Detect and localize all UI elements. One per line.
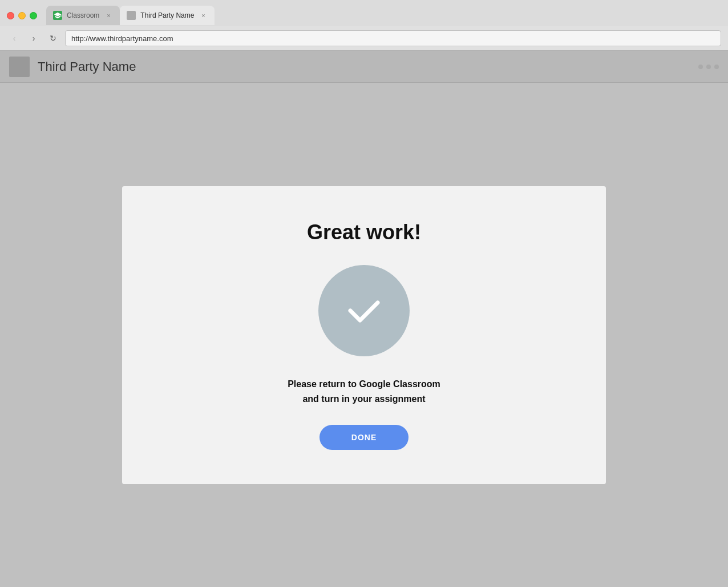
- browser-toolbar: ‹ › ↻ http://www.thirdpartyname.com: [0, 26, 728, 50]
- tab-third-party[interactable]: Third Party Name ×: [120, 6, 215, 25]
- browser-body: Third Party Name Great work! Please retu…: [0, 51, 728, 587]
- checkmark-icon: [341, 288, 387, 333]
- browser-titlebar: Classroom × Third Party Name ×: [0, 0, 728, 26]
- maximize-window-button[interactable]: [30, 12, 37, 19]
- forward-button[interactable]: ›: [26, 31, 41, 46]
- menu-dot-3: [714, 65, 719, 69]
- completion-message-line2: and turn in your assignment: [302, 394, 425, 404]
- menu-dot-1: [698, 65, 703, 69]
- menu-dot-2: [706, 65, 711, 69]
- browser-chrome: Classroom × Third Party Name × ‹ › ↻ htt…: [0, 0, 728, 51]
- third-party-favicon: [127, 11, 136, 20]
- tab-classroom[interactable]: Classroom ×: [46, 6, 120, 25]
- completion-card: Great work! Please return to Google Clas…: [122, 186, 606, 484]
- tab-classroom-close[interactable]: ×: [104, 11, 113, 20]
- back-button[interactable]: ‹: [7, 31, 22, 46]
- tab-classroom-label: Classroom: [67, 11, 99, 19]
- site-logo: [9, 57, 30, 77]
- done-button[interactable]: DONE: [319, 425, 409, 450]
- page-content: Great work! Please return to Google Clas…: [0, 83, 728, 587]
- completion-title: Great work!: [307, 220, 421, 244]
- completion-message-line1: Please return to Google Classroom: [288, 379, 440, 389]
- site-header: Third Party Name: [0, 51, 728, 83]
- site-title: Third Party Name: [38, 59, 698, 74]
- close-window-button[interactable]: [7, 12, 14, 19]
- tab-third-party-label: Third Party Name: [140, 11, 194, 19]
- tabs-container: Classroom × Third Party Name ×: [46, 6, 721, 25]
- address-bar[interactable]: http://www.thirdpartyname.com: [65, 30, 721, 46]
- minimize-window-button[interactable]: [18, 12, 26, 19]
- classroom-favicon: [53, 11, 62, 20]
- traffic-lights: [7, 12, 37, 19]
- tab-third-party-close[interactable]: ×: [199, 11, 208, 20]
- checkmark-circle: [318, 265, 410, 356]
- reload-button[interactable]: ↻: [46, 31, 60, 46]
- site-menu-dots: [698, 65, 719, 69]
- completion-message: Please return to Google Classroom and tu…: [288, 377, 440, 406]
